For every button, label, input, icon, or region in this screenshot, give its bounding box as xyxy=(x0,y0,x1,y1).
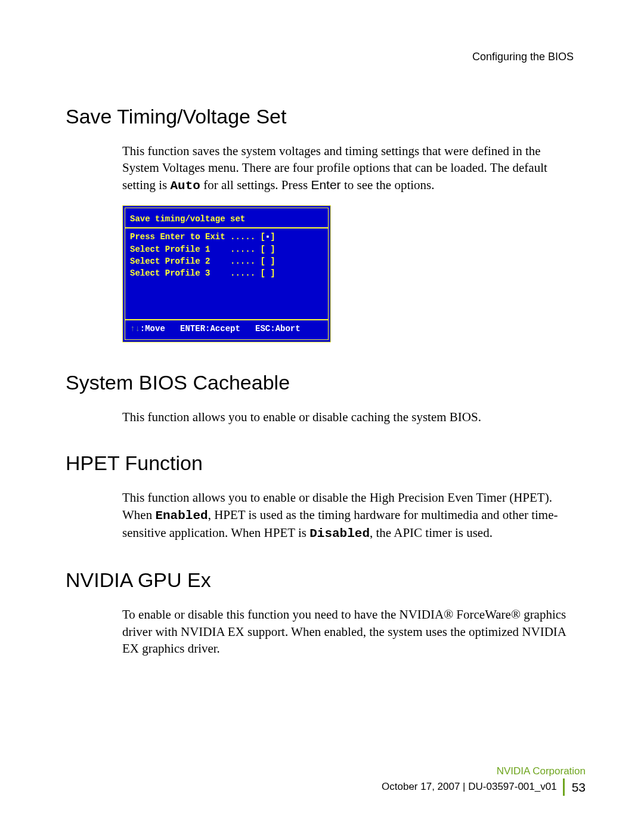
bios-divider xyxy=(125,320,328,320)
text-seg: , the APIC timer is used. xyxy=(370,526,493,540)
para-bios-cacheable: This function allows you to enable or di… xyxy=(122,409,578,425)
bios-footer: ↑↓:Move ENTER:Accept ESC:Abort xyxy=(125,323,328,339)
marker-icon: ▪ xyxy=(265,232,270,242)
bios-option-profile-1[interactable]: Select Profile 1 ..... [ ] xyxy=(125,243,328,255)
bios-divider xyxy=(125,228,328,228)
section-title-hpet: HPET Function xyxy=(66,452,578,475)
text-seg: for all settings. Press xyxy=(200,178,311,192)
bios-option-profile-3[interactable]: Select Profile 3 ..... [ ] xyxy=(125,267,328,279)
text: ] xyxy=(270,232,275,242)
text-enter: Enter xyxy=(311,178,340,191)
bios-dialog: Save timing/voltage set Press Enter to E… xyxy=(122,205,331,342)
bios-spacer xyxy=(125,280,328,317)
arrows-icon: ↑↓ xyxy=(130,324,140,333)
section-title-bios-cacheable: System BIOS Cacheable xyxy=(66,371,578,394)
para-hpet: This function allows you to enable or di… xyxy=(122,489,578,542)
text-disabled: Disabled xyxy=(309,527,370,540)
page-header-section: Configuring the BIOS xyxy=(66,51,574,63)
bios-option-profile-2[interactable]: Select Profile 2 ..... [ ] xyxy=(125,255,328,267)
footer-corp: NVIDIA Corporation xyxy=(382,764,586,778)
bios-option-exit[interactable]: Press Enter to Exit ..... [▪] xyxy=(125,231,328,243)
section-title-save-timing: Save Timing/Voltage Set xyxy=(66,105,578,128)
text-auto: Auto xyxy=(171,179,200,193)
text: ENTER:Accept ESC:Abort xyxy=(180,324,301,333)
footer-page-number: 53 xyxy=(563,778,586,796)
page-footer: NVIDIA Corporation October 17, 2007 | DU… xyxy=(382,764,586,796)
footer-date: October 17, 2007 | DU-03597-001_v01 xyxy=(382,780,557,794)
para-nvidia-gpu-ex: To enable or disable this function you n… xyxy=(122,606,578,657)
para-save-timing: This function saves the system voltages … xyxy=(122,143,578,194)
text: Press Enter to Exit ..... [ xyxy=(130,232,265,242)
section-title-nvidia-gpu-ex: NVIDIA GPU Ex xyxy=(66,569,578,592)
bios-title: Save timing/voltage set xyxy=(125,208,328,225)
text: :Move xyxy=(140,324,180,333)
text-seg: to see the options. xyxy=(341,178,435,192)
text-enabled: Enabled xyxy=(155,509,208,523)
